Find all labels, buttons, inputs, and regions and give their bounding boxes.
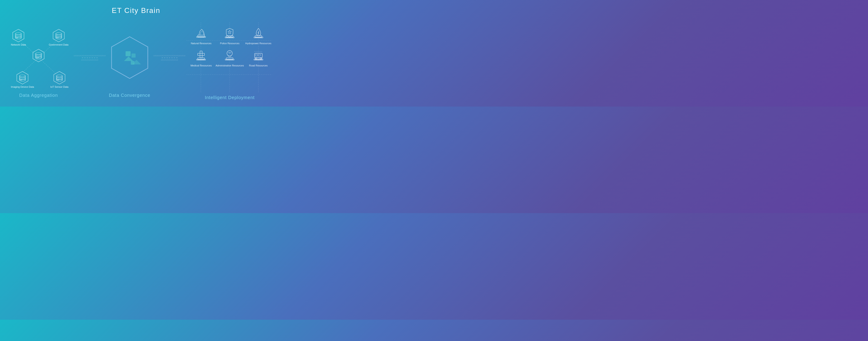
svg-rect-55 <box>126 51 131 56</box>
binary-right: 10101010101010101010101010 <box>153 55 186 57</box>
binary-left: 10101010101010101010101010 <box>74 55 106 57</box>
aggregation-label: Data Aggregation <box>19 93 58 98</box>
center-node <box>32 49 45 62</box>
left-dashed-line <box>82 58 98 58</box>
iot-data-label: IoT Sensor Data <box>50 86 68 88</box>
svg-point-13 <box>18 37 18 38</box>
administrative-resources-item: Administrative Resources <box>216 47 244 67</box>
svg-point-43 <box>22 80 22 80</box>
svg-marker-4 <box>13 29 24 42</box>
road-resources-item: Road Resources <box>245 47 272 67</box>
natural-resources-item: Natural Resources <box>188 25 214 45</box>
convergence-label: Data Convergence <box>109 93 150 98</box>
deployment-label: Intelligent Deployment <box>205 95 255 100</box>
government-data-label: Government Data <box>49 43 68 46</box>
deployment-section: Natural Resources Polic <box>187 23 272 100</box>
binary-left2: 10101010101010 <box>81 59 98 61</box>
svg-marker-69 <box>228 30 231 34</box>
svg-rect-82 <box>255 54 257 56</box>
svg-point-25 <box>36 53 41 55</box>
network-data-label: Network Data <box>11 43 26 46</box>
svg-point-53 <box>59 80 59 80</box>
svg-marker-44 <box>54 71 65 84</box>
svg-rect-75 <box>198 53 205 56</box>
svg-point-52 <box>57 80 58 80</box>
svg-rect-74 <box>200 51 202 58</box>
administrative-resources-label: Administrative Resources <box>216 64 244 67</box>
police-resources-item: Police Resources <box>216 25 244 45</box>
svg-rect-71 <box>255 36 262 37</box>
left-connector: 10101010101010101010101010 1010101010101… <box>74 55 106 68</box>
svg-rect-56 <box>131 54 135 58</box>
svg-rect-73 <box>198 58 205 60</box>
svg-point-42 <box>21 80 21 80</box>
deployment-resources: Natural Resources Polic <box>187 23 272 93</box>
svg-rect-59 <box>131 61 134 65</box>
svg-marker-34 <box>17 71 28 84</box>
svg-rect-83 <box>258 54 260 56</box>
government-data-node: Government Data <box>49 29 68 46</box>
svg-point-15 <box>56 33 62 35</box>
svg-point-12 <box>16 37 17 38</box>
svg-rect-77 <box>226 58 233 60</box>
svg-rect-80 <box>255 58 262 60</box>
natural-resources-label: Natural Resources <box>191 42 212 45</box>
svg-rect-66 <box>198 35 205 37</box>
road-resources-label: Road Resources <box>249 64 268 67</box>
aggregation-section: Network Data <box>4 25 72 98</box>
hydropower-resources-label: Hydropower Resources <box>245 42 271 45</box>
svg-point-35 <box>20 75 25 77</box>
aggregation-nodes: Network Data <box>4 25 72 90</box>
svg-point-22 <box>57 37 57 38</box>
svg-marker-14 <box>53 29 64 42</box>
convergence-hex <box>107 35 152 80</box>
svg-point-23 <box>58 37 58 38</box>
police-resources-label: Police Resources <box>220 42 240 45</box>
svg-point-5 <box>16 33 21 35</box>
convergence-section: Data Convergence <box>107 25 152 98</box>
hydropower-resources-item: Hydropower Resources <box>245 25 272 45</box>
imaging-data-node: Imaging Device Data <box>11 71 34 88</box>
binary-right2: 10101010101010 <box>161 59 178 61</box>
page-title: ET City Brain <box>0 0 272 17</box>
svg-point-33 <box>38 57 38 58</box>
svg-marker-24 <box>33 49 44 62</box>
network-data-node: Network Data <box>11 29 26 46</box>
svg-point-32 <box>36 57 37 58</box>
svg-rect-81 <box>255 53 262 58</box>
right-connector: 10101010101010101010101010 1010101010101… <box>153 55 186 68</box>
svg-point-45 <box>57 75 62 77</box>
iot-data-node: IoT Sensor Data <box>50 71 68 88</box>
right-dashed-line <box>162 58 178 58</box>
medical-resources-item: Medical Resources <box>188 47 214 67</box>
medical-resources-label: Medical Resources <box>190 64 212 67</box>
imaging-data-label: Imaging Device Data <box>11 86 34 88</box>
